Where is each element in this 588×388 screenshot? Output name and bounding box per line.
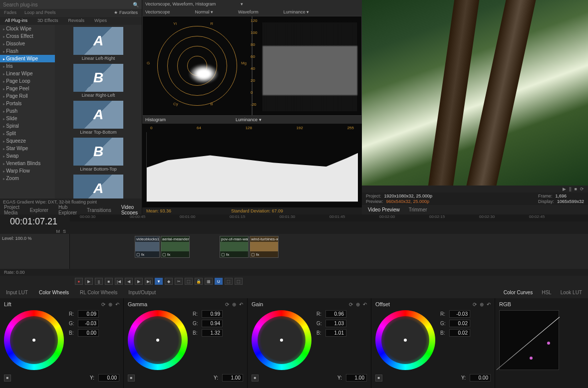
plugin-item-page-peel[interactable]: Page Peel [0, 85, 55, 92]
g-value[interactable]: 0.94 [202, 320, 223, 327]
playback-rate[interactable]: Rate: 0.00 [0, 269, 588, 276]
record-button[interactable]: ● [75, 278, 83, 285]
plugin-item-page-loop[interactable]: Page Loop [0, 77, 55, 85]
plugin-item-push[interactable]: Push [0, 107, 55, 115]
timeline-ruler[interactable]: 00:00:3000:00:4500:01:0000:01:1500:01:30… [70, 214, 588, 221]
r-value[interactable]: 0.96 [325, 310, 346, 318]
plugin-search-input[interactable] [3, 2, 131, 7]
undo-icon[interactable]: ↶ [115, 302, 119, 307]
solo-button[interactable]: S [63, 229, 66, 234]
underline-button[interactable]: U [215, 278, 223, 285]
plugin-item-slide[interactable]: Slide [0, 115, 55, 122]
preview-viewport[interactable] [362, 0, 588, 186]
timeline-clip[interactable]: aerial-meandering▢fx [161, 236, 190, 258]
plugin-item-venetian-blinds[interactable]: Venetian Blinds [0, 160, 55, 167]
plugin-item-flash[interactable]: Flash [0, 47, 55, 55]
plugin-item-portals[interactable]: Portals [0, 100, 55, 107]
b-value[interactable]: 1.32 [202, 329, 223, 337]
timeline-clip[interactable]: videoblocks1▢fx [135, 236, 160, 258]
grid-button[interactable]: ▦ [205, 278, 213, 285]
color-tab-rl-color-wheels[interactable]: RL Color Wheels [78, 289, 119, 296]
pause-button[interactable]: || [95, 278, 103, 285]
preview-pause-icon[interactable]: || [569, 187, 572, 192]
preset-thumb[interactable]: ALinear Top-Left Diagonal [57, 175, 140, 198]
clip-fx-icon[interactable]: ▢ [162, 252, 166, 257]
panel-tab-transitions[interactable]: Transitions [85, 206, 113, 214]
undo-icon[interactable]: ↶ [363, 302, 367, 307]
plugin-item-linear-wipe[interactable]: Linear Wipe [0, 70, 55, 77]
play-button[interactable]: ▶ [85, 278, 93, 285]
plugin-item-dissolve[interactable]: Dissolve [0, 40, 55, 47]
preview-play-icon[interactable]: ▶ [563, 187, 566, 192]
g-value[interactable]: 0.02 [449, 320, 470, 327]
plugin-item-iris[interactable]: Iris [0, 62, 55, 70]
clip-fx-icon[interactable]: ▢ [221, 252, 225, 257]
y-value[interactable]: 1.00 [222, 374, 243, 382]
stop-button[interactable]: ■ [105, 278, 113, 285]
y-value[interactable]: 0.00 [470, 374, 491, 382]
color-wheel-control[interactable] [4, 310, 64, 370]
color-tab-look-lut[interactable]: Look LUT [559, 289, 584, 296]
plugin-item-spiral[interactable]: Spiral [0, 122, 55, 130]
plugin-item-clock-wipe[interactable]: Clock Wipe [0, 25, 55, 32]
color-wheel-control[interactable] [252, 310, 311, 370]
search-icon[interactable]: 🔍 [133, 2, 139, 7]
preset-thumb[interactable]: ALinear Top-Bottom [57, 101, 140, 135]
plugin-item-swap[interactable]: Swap [0, 152, 55, 160]
preset-thumb[interactable]: BLinear Bottom-Top [57, 138, 140, 172]
clip-fx-icon[interactable]: fx [167, 252, 170, 257]
g-value[interactable]: 1.03 [325, 320, 346, 327]
cut-button[interactable]: ✂ [175, 278, 183, 285]
color-wheel-control[interactable] [128, 310, 188, 370]
track-level[interactable]: Level: 100.0 % [2, 236, 67, 241]
track-lane[interactable]: videoblocks1▢fxaerial-meandering▢fxpov-o… [70, 234, 588, 269]
prev-frame-button[interactable]: ◀ [125, 278, 133, 285]
plugin-item-warp-flow[interactable]: Warp Flow [0, 167, 55, 175]
waveform-mode-dropdown[interactable]: Luminance ▾ [284, 9, 309, 14]
go-start-button[interactable]: |◀ [115, 278, 123, 285]
tool-button[interactable]: ⬚ [225, 278, 233, 285]
expand-icon[interactable]: ⊕ [480, 302, 484, 307]
preset-thumb[interactable]: ALinear Left-Right [57, 27, 140, 61]
y-reset-icon[interactable]: ■ [252, 375, 259, 382]
panel-tab-explorer[interactable]: Explorer [28, 206, 50, 214]
subtab-all-plugins[interactable]: All Plug-ins [0, 17, 32, 25]
subtab-reveals[interactable]: Reveals [63, 17, 89, 25]
preview-stop-icon[interactable]: ■ [575, 187, 577, 192]
scopes-preset-dropdown[interactable]: Vectorscope, Waveform, Histogram▾ [142, 0, 362, 8]
b-value[interactable]: 1.01 [325, 329, 346, 337]
reset-icon[interactable]: ⟳ [349, 302, 353, 307]
expand-icon[interactable]: ⊕ [356, 302, 360, 307]
clip-fx-icon[interactable]: ▢ [251, 252, 255, 257]
reset-icon[interactable]: ⟳ [101, 302, 105, 307]
color-tab-input-lut[interactable]: Input LUT [4, 289, 30, 296]
g-value[interactable]: -0.03 [78, 320, 99, 327]
y-reset-icon[interactable]: ■ [4, 375, 11, 382]
tab-favorites[interactable]: Favorites [110, 9, 142, 17]
y-value[interactable]: 1.00 [346, 374, 367, 382]
r-value[interactable]: 0.99 [202, 310, 223, 318]
y-reset-icon[interactable]: ■ [128, 375, 135, 382]
plugin-item-squeeze[interactable]: Squeeze [0, 137, 55, 145]
tab-trimmer[interactable]: Trimmer [407, 206, 429, 213]
y-reset-icon[interactable]: ■ [375, 375, 382, 382]
mute-button[interactable]: M [56, 229, 60, 234]
timeline-clip[interactable]: pov-of-man-walk-through-sunfl▢fx [220, 236, 249, 258]
tool-button[interactable]: ⬚ [235, 278, 243, 285]
r-value[interactable]: 0.09 [78, 310, 99, 318]
curves-canvas[interactable] [499, 310, 559, 370]
plugin-item-gradient-wipe[interactable]: Gradient Wipe [0, 55, 55, 62]
color-tab-color-curves[interactable]: Color Curves [502, 289, 535, 296]
snap-button[interactable]: ◆ [165, 278, 173, 285]
tab-loop-peels[interactable]: Loop and Peels [20, 9, 60, 17]
color-tab-color-wheels[interactable]: Color Wheels [37, 289, 71, 296]
color-wheel-control[interactable] [375, 310, 435, 370]
expand-icon[interactable]: ⊕ [232, 302, 236, 307]
preview-loop-icon[interactable]: ⟳ [580, 187, 584, 192]
b-value[interactable]: 0.02 [449, 329, 470, 337]
plugin-item-split[interactable]: Split [0, 130, 55, 137]
vectorscope-mode-dropdown[interactable]: Normal ▾ [195, 9, 214, 14]
reset-icon[interactable]: ⟳ [473, 302, 477, 307]
preset-thumb[interactable]: BLinear Right-Left [57, 64, 140, 98]
undo-icon[interactable]: ↶ [239, 302, 243, 307]
